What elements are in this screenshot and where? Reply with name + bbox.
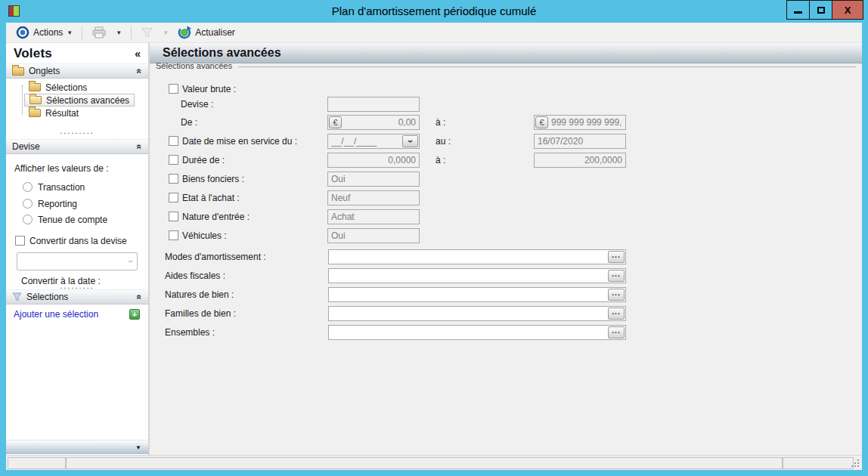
filter-button[interactable] — [138, 26, 156, 40]
ellipsis-icon: ... — [612, 327, 620, 335]
filter-dropdown-button[interactable]: ▼ — [160, 28, 171, 38]
form-row-date-mise-en-service: Date de mise en service du : › au : — [150, 134, 862, 149]
au-label: au : — [436, 136, 451, 147]
date-dropdown-button[interactable]: › — [402, 135, 418, 147]
close-button[interactable]: X — [832, 0, 863, 20]
page-title: Sélections avancées — [163, 46, 281, 60]
form-row-nature-entree: Nature d'entrée : — [150, 209, 862, 224]
aides-fiscales-label: Aides fiscales : — [165, 270, 225, 281]
date-au-input — [534, 134, 626, 149]
refresh-label: Actualiser — [195, 27, 235, 38]
currency-euro-button[interactable]: € — [535, 116, 548, 128]
group-legend-line — [238, 66, 856, 67]
ellipsis-icon: ... — [612, 252, 620, 259]
print-dropdown-button[interactable]: ▼ — [113, 28, 124, 38]
familles-de-bien-field: ... — [328, 306, 626, 321]
folder-icon — [12, 67, 24, 76]
radio-tenue-de-compte[interactable]: Tenue de compte — [23, 214, 107, 225]
sidebar-title: Volets — [14, 46, 52, 61]
section-selections-header[interactable]: Sélections « — [6, 289, 148, 304]
modes-amortissement-input[interactable] — [329, 252, 608, 262]
titlebar[interactable]: Plan d'amortissement périodique cumulé X — [0, 0, 868, 23]
panel-overflow-button[interactable]: ▼ — [6, 440, 148, 454]
date-du-combobox[interactable]: › — [327, 134, 420, 149]
toolbar: Actions ▼ ▼ ▼ — [6, 23, 862, 43]
duree-checkbox[interactable] — [169, 155, 178, 165]
collapse-sidebar-icon[interactable]: « — [135, 48, 141, 60]
biens-fonciers-input — [327, 172, 420, 187]
folder-icon — [29, 83, 41, 91]
duree-a-input — [534, 153, 626, 168]
minimize-button[interactable] — [786, 0, 810, 20]
refresh-button[interactable]: Actualiser — [175, 24, 237, 41]
chevron-down-icon: › — [126, 260, 136, 263]
currency-euro-button[interactable]: € — [329, 116, 342, 128]
tab-item-selections-avancees[interactable]: Sélections avancées — [24, 94, 135, 107]
open-folder-icon — [29, 96, 42, 104]
toolbar-separator — [131, 26, 132, 40]
print-dropdown-icon: ▼ — [116, 29, 122, 36]
convert-currency-checkbox-row[interactable]: Convertir dans la devise — [15, 235, 127, 246]
close-icon: X — [845, 5, 851, 16]
valeur-brute-checkbox[interactable] — [169, 84, 178, 94]
status-cell — [8, 457, 66, 469]
tab-item-resultat[interactable]: Résultat — [6, 107, 83, 119]
splitter-handle[interactable]: ......... — [6, 128, 148, 134]
form-row-natures-de-bien: Natures de bien : ... — [150, 287, 862, 302]
devise-label: Devise : — [181, 99, 213, 110]
browse-button[interactable]: ... — [608, 251, 625, 263]
tab-item-selections[interactable]: Sélections — [6, 81, 91, 94]
valeur-de-field: € — [327, 115, 420, 130]
filter-dropdown-icon: ▼ — [163, 29, 169, 36]
nature-entree-label: Nature d'entrée : — [182, 212, 250, 222]
devise-input — [327, 97, 420, 112]
de-label: De : — [181, 117, 197, 128]
main-content: Sélections avancées Sélections avancées … — [149, 43, 862, 455]
euro-icon: € — [333, 118, 337, 127]
aides-fiscales-field: ... — [328, 268, 626, 283]
chevron-down-icon: ▼ — [135, 444, 141, 451]
maximize-button[interactable] — [809, 0, 832, 20]
display-values-label: Afficher les valeurs de : — [14, 163, 109, 174]
tab-item-label: Sélections avancées — [46, 95, 129, 106]
plus-icon: + — [132, 311, 137, 319]
ensembles-input[interactable] — [329, 327, 608, 338]
browse-button[interactable]: ... — [608, 270, 625, 282]
splitter-handle[interactable]: ......... — [6, 283, 148, 289]
radio-icon — [23, 199, 33, 209]
ellipsis-icon: ... — [612, 308, 620, 316]
vehicules-label: Véhicules : — [182, 230, 227, 241]
euro-icon: € — [539, 118, 544, 127]
add-selection-link[interactable]: Ajouter une sélection — [14, 309, 98, 320]
natures-de-bien-input[interactable] — [329, 289, 608, 300]
browse-button[interactable]: ... — [608, 326, 625, 338]
aides-fiscales-input[interactable] — [329, 270, 608, 281]
actions-dropdown-icon: ▼ — [67, 29, 73, 36]
familles-de-bien-input[interactable] — [329, 308, 608, 319]
section-onglets-header[interactable]: Onglets « — [6, 63, 148, 79]
nature-entree-checkbox[interactable] — [169, 212, 178, 221]
group-box-legend: Sélections avancées — [156, 60, 856, 71]
print-button[interactable] — [89, 25, 109, 40]
date-mise-en-service-checkbox[interactable] — [169, 136, 178, 146]
currency-select[interactable]: › — [17, 252, 138, 270]
vehicules-checkbox[interactable] — [169, 230, 178, 240]
browse-button[interactable]: ... — [608, 289, 625, 301]
radio-reporting[interactable]: Reporting — [23, 198, 77, 209]
section-devise-header[interactable]: Devise « — [6, 139, 148, 154]
chevron-down-icon: › — [405, 140, 416, 143]
browse-button[interactable]: ... — [608, 308, 625, 320]
resize-grip[interactable] — [851, 459, 859, 467]
sidebar-header: Volets « — [6, 43, 148, 63]
window-title: Plan d'amortissement périodique cumulé — [0, 5, 868, 17]
folder-icon — [29, 109, 41, 117]
actions-label: Actions — [33, 27, 63, 38]
etat-achat-checkbox[interactable] — [169, 193, 178, 202]
form-row-devise: Devise : — [150, 97, 862, 112]
radio-transaction[interactable]: Transaction — [23, 181, 85, 193]
add-selection-button[interactable]: + — [129, 309, 140, 320]
biens-fonciers-checkbox[interactable] — [169, 174, 178, 184]
actions-target-icon — [16, 26, 29, 39]
actions-button[interactable]: Actions ▼ — [14, 24, 75, 41]
date-du-input[interactable] — [328, 136, 402, 147]
